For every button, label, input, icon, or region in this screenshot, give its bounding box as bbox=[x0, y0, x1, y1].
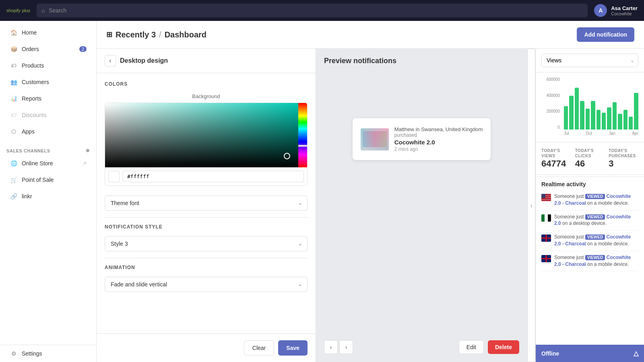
clear-button[interactable]: Clear bbox=[244, 340, 274, 356]
link-icon: 🔗 bbox=[10, 192, 18, 200]
sidebar-item-linkr[interactable]: 🔗 linkr bbox=[3, 188, 93, 204]
sidebar-label-discounts: Discounts bbox=[22, 112, 46, 118]
delete-button[interactable]: Delete bbox=[488, 340, 519, 354]
breadcrumb-separator: / bbox=[159, 30, 161, 39]
logo: shopify plus bbox=[6, 8, 30, 13]
chart-x-jul: Jul bbox=[564, 131, 569, 136]
sidebar-item-settings[interactable]: ⚙ Settings bbox=[3, 346, 93, 362]
hue-cursor[interactable] bbox=[298, 145, 307, 147]
style-select[interactable]: Style 1 Style 2 Style 3 Style 4 bbox=[105, 236, 308, 251]
add-channel-icon[interactable]: ⊕ bbox=[86, 148, 90, 153]
stat-clicks: TODAY'SCLICKS 46 bbox=[575, 148, 605, 169]
font-select-wrapper: Theme font Default System bbox=[105, 195, 308, 211]
orders-badge: 2 bbox=[79, 46, 87, 52]
sidebar-bottom: ⚙ Settings bbox=[0, 345, 96, 362]
preview-inner: Matthew in Swansea, United Kingdom purch… bbox=[324, 70, 519, 335]
save-button[interactable]: Save bbox=[278, 340, 308, 356]
sidebar-item-customers[interactable]: 👥 Customers bbox=[3, 74, 93, 90]
hex-input[interactable]: #ffffff bbox=[123, 171, 304, 182]
stat-views-value: 64774 bbox=[541, 158, 571, 169]
back-button[interactable]: ‹ bbox=[105, 55, 116, 66]
color-gradient-main[interactable] bbox=[105, 103, 298, 167]
sidebar-item-online-store[interactable]: 🌐 Online Store ↗ bbox=[3, 155, 93, 171]
bars-container bbox=[562, 77, 640, 130]
color-cursor[interactable] bbox=[284, 153, 290, 159]
user-info: Asa Carter Cocowhite bbox=[611, 5, 638, 16]
hue-slider[interactable] bbox=[298, 103, 307, 167]
preview-controls: ‹ › Edit Delete bbox=[324, 340, 519, 354]
views-select-wrapper: Views ⌄ bbox=[541, 53, 638, 67]
sidebar-item-discounts: 🏷 Discounts bbox=[3, 107, 93, 123]
sidebar-label-linkr: linkr bbox=[22, 193, 32, 200]
sidebar-item-apps[interactable]: ⬡ Apps bbox=[3, 123, 93, 140]
right-panel: Views ⌄ 600000 400000 200000 0 bbox=[535, 49, 644, 362]
add-notification-button[interactable]: Add notification bbox=[577, 27, 634, 42]
realtime-item: Someone just VIEWED Cocowhite 2.0 - Char… bbox=[541, 251, 638, 272]
customers-icon: 👥 bbox=[10, 78, 18, 86]
realtime-item: Someone just VIEWED Cocowhite 2.0 on a d… bbox=[541, 210, 638, 231]
sidebar-item-reports[interactable]: 📊 Reports bbox=[3, 90, 93, 107]
realtime-header: Realtime activity bbox=[536, 177, 644, 190]
top-navigation: shopify plus ⌕ A Asa Carter Cocowhite bbox=[0, 0, 644, 21]
orders-icon: 📦 bbox=[10, 45, 18, 53]
design-panel: ‹ Desktop design COLORS Background bbox=[97, 49, 316, 362]
section-divider-2 bbox=[105, 258, 308, 258]
style-select-wrapper: Style 1 Style 2 Style 3 Style 4 bbox=[105, 236, 308, 251]
views-select[interactable]: Views bbox=[541, 53, 638, 67]
chart-y-200k: 200000 bbox=[540, 109, 560, 113]
font-select[interactable]: Theme font Default System bbox=[105, 195, 308, 211]
sidebar-item-orders[interactable]: 📦 Orders 2 bbox=[3, 41, 93, 57]
color-picker[interactable]: #ffffff bbox=[105, 103, 308, 186]
viewed-badge: VIEWED bbox=[585, 255, 605, 260]
sidebar-item-products[interactable]: 🏷 Products bbox=[3, 58, 93, 74]
animation-select-wrapper: Fade and slide vertical Fade Slide horiz… bbox=[105, 277, 308, 292]
home-icon: 🏠 bbox=[10, 29, 18, 37]
bg-label: Background bbox=[105, 93, 308, 99]
notification-product: Cocowhite 2.0 bbox=[394, 139, 483, 146]
notification-image bbox=[361, 128, 389, 150]
color-gradient-area[interactable] bbox=[105, 103, 307, 167]
sidebar-item-point-of-sale[interactable]: 🛒 Point of Sale bbox=[3, 172, 93, 188]
notification-card: Matthew in Swansea, United Kingdom purch… bbox=[353, 118, 491, 160]
bar bbox=[618, 114, 622, 130]
bar bbox=[575, 88, 579, 130]
sidebar-label-home: Home bbox=[22, 29, 37, 36]
viewed-badge: VIEWED bbox=[585, 194, 605, 199]
next-arrow-button[interactable]: › bbox=[339, 340, 353, 354]
edit-button[interactable]: Edit bbox=[459, 340, 484, 354]
animation-select[interactable]: Fade and slide vertical Fade Slide horiz… bbox=[105, 277, 308, 292]
flag-us-icon bbox=[541, 194, 551, 201]
notification-action: purchased bbox=[394, 132, 483, 138]
offline-label: Offline bbox=[541, 350, 559, 357]
bar bbox=[569, 96, 573, 130]
search-input[interactable] bbox=[49, 7, 583, 14]
discounts-icon: 🏷 bbox=[10, 111, 18, 119]
colors-heading: COLORS bbox=[105, 81, 308, 87]
chart-x-oct: Oct bbox=[586, 131, 592, 136]
bar bbox=[607, 107, 611, 130]
notification-text: Matthew in Swansea, United Kingdom purch… bbox=[394, 126, 483, 152]
chart-with-y: 600000 400000 200000 0 bbox=[540, 77, 640, 136]
user-store: Cocowhite bbox=[611, 11, 638, 16]
bar bbox=[613, 102, 617, 130]
logo-text: shopify bbox=[6, 8, 21, 13]
bar bbox=[591, 101, 595, 130]
collapse-arrow-button[interactable]: › bbox=[527, 49, 535, 362]
main-content: ⊞ Recently 3 / Dashboard Add notificatio… bbox=[97, 21, 644, 362]
preview-area: Preview notifications Matthew in Swansea… bbox=[316, 49, 527, 362]
logo-plus: plus bbox=[22, 8, 30, 13]
color-swatch bbox=[108, 171, 120, 182]
prev-arrow-button[interactable]: ‹ bbox=[324, 340, 338, 354]
design-panel-title: Desktop design bbox=[120, 57, 168, 64]
sidebar-label-apps: Apps bbox=[22, 128, 35, 135]
realtime-text: Someone just VIEWED Cocowhite 2.0 - Char… bbox=[554, 254, 638, 268]
bar bbox=[629, 117, 633, 130]
colors-section: COLORS Background bbox=[105, 81, 308, 186]
notification-style-heading: NOTIFICATION STYLE bbox=[105, 224, 308, 230]
search-bar[interactable]: ⌕ bbox=[37, 4, 588, 17]
notification-time: 2 mins ago bbox=[394, 146, 483, 152]
sidebar-item-home[interactable]: 🏠 Home bbox=[3, 25, 93, 41]
user-area: A Asa Carter Cocowhite bbox=[594, 4, 638, 17]
design-panel-body: COLORS Background bbox=[97, 73, 316, 333]
realtime-text: Someone just VIEWED Cocowhite 2.0 on a d… bbox=[554, 214, 638, 227]
